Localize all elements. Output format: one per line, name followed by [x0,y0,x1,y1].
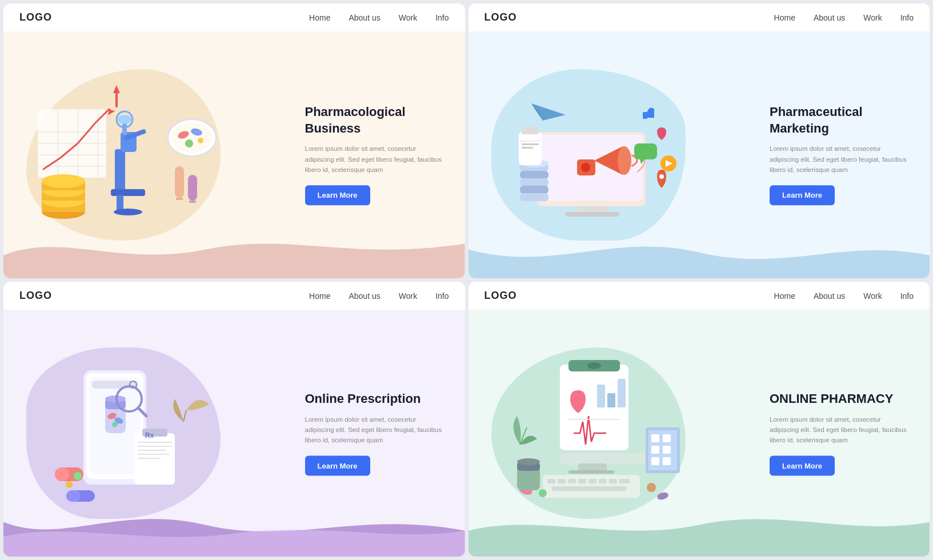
logo-1: LOGO [19,11,52,23]
desc-1: Lorem ipsum dolor sit amet, cosecetur ad… [305,144,442,175]
svg-rect-18 [115,149,125,195]
nav-info-2[interactable]: Info [900,13,914,22]
svg-rect-93 [560,365,628,450]
svg-rect-52 [522,126,539,134]
nav-about-4[interactable]: About us [814,291,845,301]
nav-home-2[interactable]: Home [774,13,795,22]
svg-rect-29 [176,198,183,200]
svg-rect-19 [111,189,145,196]
nav-2: LOGO Home About us Work Info [468,3,930,31]
title-1: Pharmacological Business [305,104,442,137]
svg-rect-104 [547,479,555,483]
svg-rect-117 [651,446,659,454]
learn-more-btn-3[interactable]: Learn More [305,455,370,475]
svg-point-44 [581,163,590,172]
svg-text:Rx: Rx [145,431,154,439]
svg-rect-111 [619,479,630,483]
svg-rect-49 [520,193,548,201]
nav-info-1[interactable]: Info [435,13,449,22]
learn-more-btn-4[interactable]: Learn More [770,455,835,475]
svg-rect-54 [522,143,539,145]
svg-rect-30 [189,201,196,203]
content-3: Rx Online Prescription Lorem ip [3,310,465,557]
svg-rect-109 [599,479,607,483]
svg-point-123 [539,489,547,497]
svg-rect-106 [568,479,576,483]
nav-about-2[interactable]: About us [814,13,845,22]
svg-point-43 [618,146,631,175]
svg-rect-96 [568,419,620,420]
svg-point-24 [118,115,131,124]
nav-home-3[interactable]: Home [309,291,330,301]
text-2: Pharmaceutical Marketing Lorem ipsum dol… [770,104,907,205]
svg-rect-87 [66,490,81,502]
nav-home-1[interactable]: Home [309,13,330,22]
content-1: Pharmacological Business Lorem ipsum dol… [3,31,465,278]
svg-line-92 [183,410,186,422]
desc-2: Lorem ipsum dolor sit amet, cosecetur ad… [770,144,907,175]
svg-rect-56 [643,112,647,119]
svg-point-124 [647,483,656,492]
logo-2: LOGO [484,11,517,23]
nav-about-1[interactable]: About us [349,13,380,22]
panel-pharmacological: LOGO Home About us Work Info [3,3,465,278]
svg-rect-80 [138,450,166,451]
text-3: Online Prescription Lorem ipsum dolor si… [305,391,442,476]
illustration-2 [486,75,691,235]
svg-rect-53 [520,141,540,142]
svg-marker-62 [531,103,566,121]
svg-rect-81 [138,454,169,455]
svg-rect-119 [651,457,659,465]
svg-point-61 [659,174,664,179]
svg-marker-10 [113,85,120,93]
panel-pharma-marketing: LOGO Home About us Work Info [468,3,930,278]
panel-online-prescription: LOGO Home About us Work Info [3,282,465,557]
logo-3: LOGO [19,290,52,302]
panel-online-pharmacy: LOGO Home About us Work Info [468,282,930,557]
title-2: Pharmaceutical Marketing [770,104,907,137]
content-2: Pharmaceutical Marketing Lorem ipsum dol… [468,31,930,278]
svg-rect-115 [651,434,659,442]
svg-point-128 [517,458,540,465]
svg-rect-101 [578,463,607,471]
svg-rect-97 [597,385,605,407]
svg-rect-46 [520,171,548,179]
svg-rect-27 [175,166,184,198]
svg-point-89 [66,481,73,488]
svg-point-125 [656,491,668,501]
svg-rect-85 [55,467,69,481]
nav-info-4[interactable]: Info [900,291,914,301]
svg-rect-48 [520,186,548,194]
learn-more-btn-1[interactable]: Learn More [305,186,370,206]
svg-rect-78 [138,442,172,443]
svg-rect-79 [138,446,172,447]
svg-point-95 [587,362,601,369]
illustration-3: Rx [21,353,226,513]
nav-work-3[interactable]: Work [399,291,417,301]
svg-rect-98 [607,393,615,407]
svg-rect-55 [522,147,533,149]
nav-work-2[interactable]: Work [863,13,882,22]
nav-work-1[interactable]: Work [399,13,417,22]
svg-point-32 [171,123,213,153]
svg-rect-47 [520,178,548,186]
learn-more-btn-2[interactable]: Learn More [770,186,835,206]
text-1: Pharmacological Business Lorem ipsum dol… [305,104,442,205]
nav-info-3[interactable]: Info [435,291,449,301]
nav-home-4[interactable]: Home [774,291,795,301]
svg-point-35 [185,139,193,147]
svg-point-75 [112,422,118,427]
svg-rect-100 [560,453,646,465]
svg-rect-28 [188,175,197,201]
illustration-4 [486,353,691,513]
svg-point-36 [198,138,203,143]
nav-about-3[interactable]: About us [349,291,380,301]
svg-rect-102 [568,470,614,474]
svg-rect-120 [663,457,671,465]
svg-rect-116 [663,434,671,442]
svg-point-88 [74,472,82,480]
content-4: ONLINE PHARMACY Lorem ipsum dolor sit am… [468,310,930,557]
svg-rect-112 [552,486,626,491]
nav-work-4[interactable]: Work [863,291,882,301]
svg-rect-57 [634,143,657,159]
